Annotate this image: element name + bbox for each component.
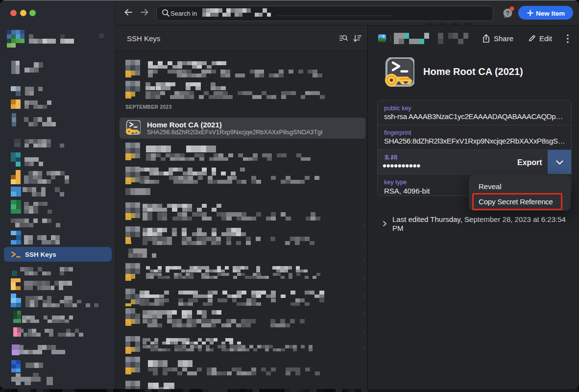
svg-text:?: ? <box>506 10 509 17</box>
